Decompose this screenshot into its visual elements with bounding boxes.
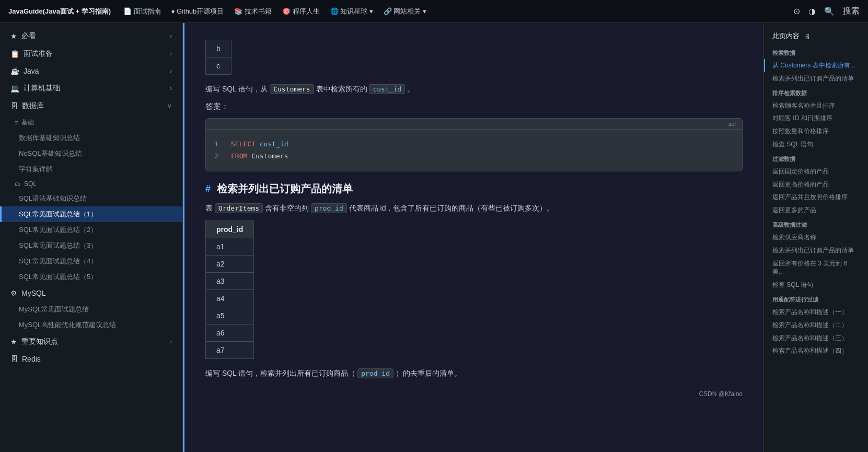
print-icon[interactable]: 🖨 xyxy=(804,32,811,40)
toc-item[interactable]: 按照数量和价格排序 xyxy=(764,125,868,138)
toc-item[interactable]: 检查 SQL 语句 xyxy=(764,138,868,151)
toc-content: 检索数据从 Customers 表中检索所有...检索并列出已订购产品的清单排序… xyxy=(764,45,868,357)
sidebar-item-mysql-optimize[interactable]: MySQL高性能优化规范建议总结 xyxy=(0,317,182,333)
s2-footer1: 编写 SQL 语句，检索并列出所有已订购商品（ xyxy=(205,369,355,377)
sidebar-item-sql-interview-4[interactable]: SQL常见面试题总结（4） xyxy=(0,253,182,269)
toc-item[interactable]: 检索产品名称和描述（三） xyxy=(764,332,868,345)
theme-icon[interactable]: ◑ xyxy=(808,6,816,16)
heading-anchor-icon: # xyxy=(205,183,211,194)
sidebar-item-sql-interview-1[interactable]: SQL常见面试题总结（1） xyxy=(0,206,182,222)
toc-item[interactable]: 检索并列出已订购产品的清单 xyxy=(764,244,868,257)
from-keyword: FROM xyxy=(231,152,247,160)
table-row: a3 xyxy=(206,273,254,290)
nav-item-zsxq[interactable]: 🌐 知识星球 ▾ xyxy=(330,7,373,16)
sql-code-block: sql 1 SELECT cust_id 2 FROM Customers xyxy=(205,118,743,171)
toc-item[interactable]: 检索供应商名称 xyxy=(764,231,868,244)
main-layout: ★ 必看 › 📋 面试准备 › ☕ Java › 💻 计算机基础 xyxy=(0,23,868,452)
sidebar-item-charset[interactable]: 字符集详解 xyxy=(0,161,182,177)
site-logo[interactable]: JavaGuide(Java面试 + 学习指南) xyxy=(8,7,111,16)
search-icon[interactable]: 🔍 xyxy=(824,6,835,16)
toc-item[interactable]: 检索顾客名称并且排序 xyxy=(764,99,868,112)
top-navigation: JavaGuide(Java面试 + 学习指南) 📄 面试指南 ♦ Github… xyxy=(0,0,868,23)
sidebar-item-redis[interactable]: 🗄 Redis xyxy=(0,351,182,367)
sidebar-item-sql-interview-2[interactable]: SQL常见面试题总结（2） xyxy=(0,222,182,238)
toc-item[interactable]: 返回产品并且按照价格排序 xyxy=(764,191,868,204)
toc-item[interactable]: 返回所有价格在 3 美元到 6 美... xyxy=(764,257,868,279)
nav-right-actions: ⊙ ◑ 🔍 搜索 xyxy=(793,6,860,17)
sidebar-item-db-basics[interactable]: 数据库基础知识总结 xyxy=(0,130,182,146)
desc-text-3: 。 xyxy=(407,85,414,93)
sql-section: 🗂 SQL xyxy=(0,177,182,191)
toc-item[interactable]: 对顾客 ID 和日期排序 xyxy=(764,112,868,125)
github-icon[interactable]: ⊙ xyxy=(793,6,800,16)
toc-section-title: 检索数据 xyxy=(764,45,868,59)
s2-desc3: 代表商品 id，包含了所有已订购的商品（有些已被订购多次）。 xyxy=(349,204,554,212)
table-row: a1 xyxy=(206,238,254,256)
s2-desc2: 含有非空的列 xyxy=(265,204,309,212)
sidebar-item-database[interactable]: 🗄 数据库 ∨ xyxy=(0,97,182,115)
prod-id-ref-2: prod_id xyxy=(357,368,394,378)
toc-item[interactable]: 检索产品名称和描述（一） xyxy=(764,306,868,319)
sidebar-item-nosql[interactable]: NoSQL基础知识总结 xyxy=(0,146,182,161)
cust-id-code: cust_id xyxy=(260,140,288,148)
sidebar-item-sql-syntax[interactable]: SQL语法基础知识总结 xyxy=(0,191,182,206)
db-basics-section: ≡ 基础 xyxy=(0,115,182,130)
toc-panel: 此页内容 🖨 检索数据从 Customers 表中检索所有...检索并列出已订购… xyxy=(763,23,868,452)
toc-item[interactable]: 检索产品名称和描述（二） xyxy=(764,319,868,332)
nav-item-github[interactable]: ♦ Github开源项目 xyxy=(171,7,224,16)
table-row: a6 xyxy=(206,324,254,342)
sidebar-item-cs-basics[interactable]: 💻 计算机基础 › xyxy=(0,79,182,97)
nav-item-books[interactable]: 📚 技术书籍 xyxy=(234,7,272,16)
table-row: b xyxy=(206,40,232,57)
section2-footer: 编写 SQL 语句，检索并列出所有已订购商品（ prod_id ）的去重后的清单… xyxy=(205,367,743,380)
toc-item[interactable]: 返回固定价格的产品 xyxy=(764,165,868,178)
computer-icon: 💻 xyxy=(10,84,19,92)
product-table: prod_id a1a2a3a4a5a6a7 xyxy=(205,221,254,359)
sidebar-item-important[interactable]: ★ 重要知识点 › xyxy=(0,333,182,351)
cell-c: c xyxy=(206,57,232,75)
nav-item-life[interactable]: 🎯 程序人生 xyxy=(282,7,320,16)
toc-item[interactable]: 返回更多的产品 xyxy=(764,204,868,217)
search-label[interactable]: 搜索 xyxy=(843,6,860,17)
code-lang-label: sql xyxy=(728,121,736,127)
sidebar-item-mustread[interactable]: ★ 必看 › xyxy=(0,27,182,45)
sidebar-item-mustread-label: 必看 xyxy=(21,31,36,41)
main-content: b c 编写 SQL 语句，从 Customers 表中检索所有的 cust_i… xyxy=(184,23,763,452)
star-icon: ★ xyxy=(10,32,17,40)
redis-icon: 🗄 xyxy=(10,355,18,363)
customers-table-ref: Customers xyxy=(270,84,314,94)
sidebar-item-java-label: Java xyxy=(24,67,39,75)
prod-id-cell: a6 xyxy=(206,324,254,342)
code-block-body: 1 SELECT cust_id 2 FROM Customers xyxy=(206,130,742,171)
toc-item[interactable]: 从 Customers 表中检索所有... xyxy=(764,59,868,72)
sidebar-item-mysql[interactable]: ⚙ MySQL xyxy=(0,285,182,302)
table-row: a4 xyxy=(206,290,254,307)
sidebar-item-sql-interview-3[interactable]: SQL常见面试题总结（3） xyxy=(0,238,182,253)
nav-item-site[interactable]: 🔗 网站相关 ▾ xyxy=(384,7,426,16)
toc-item[interactable]: 检索并列出已订购产品的清单 xyxy=(764,72,868,85)
chevron-right-icon-2: › xyxy=(170,50,172,57)
table-row: a2 xyxy=(206,256,254,273)
code-block-header: sql xyxy=(206,119,742,130)
code-line-2: 2 FROM Customers xyxy=(214,150,734,162)
toc-section-title: 用通配符进行过滤 xyxy=(764,292,868,306)
sidebar-item-sql-interview-5[interactable]: SQL常见面试题总结（5） xyxy=(0,269,182,285)
sidebar-item-interview-prep[interactable]: 📋 面试准备 › xyxy=(0,45,182,63)
sidebar-item-interview-label: 面试准备 xyxy=(24,49,53,59)
s2-desc1: 表 xyxy=(205,204,213,212)
nav-items: 📄 面试指南 ♦ Github开源项目 📚 技术书籍 🎯 程序人生 🌐 知识星球… xyxy=(123,7,781,16)
mysql-icon: ⚙ xyxy=(10,289,17,297)
s2-footer2: ）的去重后的清单。 xyxy=(396,369,461,377)
sidebar-item-mysql-interview[interactable]: MySQL常见面试题总结 xyxy=(0,302,182,317)
toc-item[interactable]: 返回更高价格的产品 xyxy=(764,178,868,191)
nav-item-interview[interactable]: 📄 面试指南 xyxy=(123,7,161,16)
chevron-right-icon-4: › xyxy=(170,85,172,92)
toc-item[interactable]: 检索产品名称和描述（四） xyxy=(764,344,868,357)
cell-b: b xyxy=(206,40,232,57)
description-paragraph: 编写 SQL 语句，从 Customers 表中检索所有的 cust_id 。 xyxy=(205,83,743,96)
table-row: a5 xyxy=(206,307,254,324)
toc-section-title: 排序检索数据 xyxy=(764,85,868,99)
toc-item[interactable]: 检查 SQL 语句 xyxy=(764,279,868,292)
prod-id-cell: a2 xyxy=(206,256,254,273)
sidebar-item-java[interactable]: ☕ Java › xyxy=(0,63,182,79)
